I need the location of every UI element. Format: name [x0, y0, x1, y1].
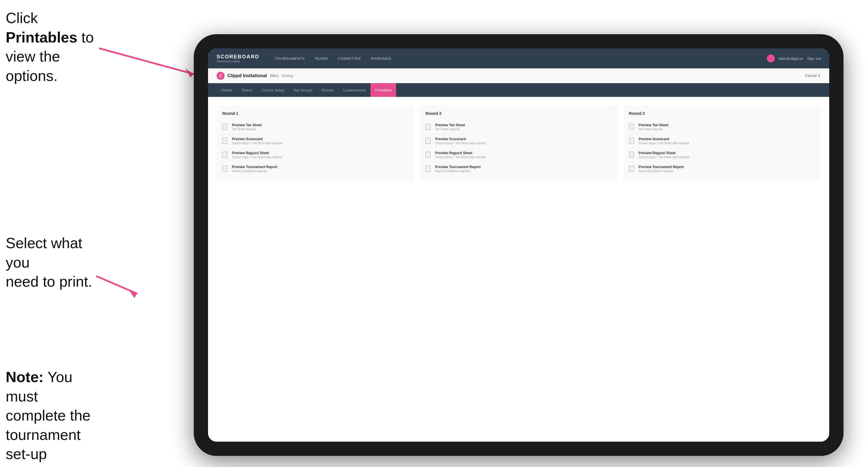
tournament-name-text: Clippd Invitational	[227, 73, 267, 79]
round-2-item-3[interactable]: Preview Raguzzi SheetCourse setup + Tee …	[426, 148, 612, 162]
tablet-screen: SCOREBOARD Powered by clippd TOURNAMENTS…	[208, 49, 829, 442]
sign-out-link[interactable]: Sign out	[807, 56, 821, 61]
top-nav: SCOREBOARD Powered by clippd TOURNAMENTS…	[208, 49, 829, 68]
tab-details[interactable]: Details	[217, 83, 237, 97]
print-item-1-3-title: Preview Raguzzi Sheet	[232, 151, 282, 155]
rounds-grid: Round 1 Preview Tee SheetTee Sheet requi…	[217, 105, 821, 182]
print-item-1-4-sub: Round Completion required	[232, 169, 277, 173]
print-doc-icon	[222, 165, 228, 173]
tab-leaderboards[interactable]: Leaderboards	[339, 83, 370, 97]
round-3-item-3[interactable]: Preview Raguzzi SheetCourse setup + Tee …	[629, 148, 815, 162]
round-2-column: Round 2 Preview Tee SheetTee Sheet requi…	[420, 105, 617, 182]
print-item-3-2-title: Preview Scorecard	[639, 137, 689, 141]
print-item-2-2-text: Preview ScorecardCourse setup + Tee Shee…	[435, 137, 486, 145]
round-3-column: Round 3 Preview Tee SheetTee Sheet requi…	[623, 105, 821, 182]
print-doc-icon	[426, 124, 432, 131]
print-item-2-1-title: Preview Tee Sheet	[435, 123, 465, 127]
print-item-1-2-title: Preview Scorecard	[232, 137, 282, 141]
round-1-item-4[interactable]: Preview Tournament ReportRound Completio…	[222, 162, 408, 176]
print-item-2-4-title: Preview Tournament Report	[435, 165, 480, 169]
cancel-button[interactable]: Cancel ✕	[805, 73, 821, 78]
print-item-1-1-text: Preview Tee SheetTee Sheet required	[232, 123, 262, 131]
tournament-name-area: C Clippd Invitational (Men) Hosting	[217, 72, 293, 80]
nav-tournaments[interactable]: TOURNAMENTS	[271, 55, 309, 62]
print-item-2-4-sub: Round Completion required	[435, 169, 480, 173]
tab-tee-groups[interactable]: Tee Groups	[289, 83, 317, 97]
print-item-3-3-title: Preview Raguzzi Sheet	[639, 151, 689, 155]
c-logo-icon: C	[217, 72, 224, 80]
print-item-3-3-sub: Course setup + Tee Sheet data required	[639, 156, 689, 159]
round-3-item-4[interactable]: Preview Tournament ReportRound Completio…	[629, 162, 815, 176]
print-doc-icon	[222, 152, 228, 159]
round-3-item-2[interactable]: Preview ScorecardCourse setup + Tee Shee…	[629, 134, 815, 148]
print-item-2-2-title: Preview Scorecard	[435, 137, 486, 141]
print-doc-icon	[629, 137, 635, 145]
print-doc-icon	[629, 152, 635, 159]
logo-sub: Powered by clippd	[217, 60, 259, 63]
arrow-top-icon	[83, 40, 205, 86]
hosting-badge: Hosting	[282, 74, 293, 78]
print-item-3-1-text: Preview Tee SheetTee Sheet required	[639, 123, 669, 131]
round-2-title: Round 2	[426, 111, 612, 116]
tab-course-setup[interactable]: Course Setup	[257, 83, 289, 97]
round-2-item-2[interactable]: Preview ScorecardCourse setup + Tee Shee…	[426, 134, 612, 148]
nav-rankings[interactable]: RANKINGS	[367, 55, 395, 62]
arrow-middle-icon	[88, 271, 145, 302]
print-item-3-1-title: Preview Tee Sheet	[639, 123, 669, 127]
print-item-3-4-text: Preview Tournament ReportRound Completio…	[639, 165, 684, 173]
tab-bar: Details Teams Course Setup Tee Groups Re…	[208, 83, 829, 97]
print-item-1-4-text: Preview Tournament ReportRound Completio…	[232, 165, 277, 173]
round-1-title: Round 1	[222, 111, 408, 116]
print-doc-icon	[426, 152, 432, 159]
print-item-1-3-sub: Course setup + Tee Sheet data required	[232, 156, 282, 159]
print-doc-icon	[426, 137, 432, 145]
print-item-2-1-sub: Tee Sheet required	[435, 128, 465, 131]
round-3-title: Round 3	[629, 111, 815, 116]
printables-bold: Printables	[6, 29, 77, 45]
print-item-2-1-text: Preview Tee SheetTee Sheet required	[435, 123, 465, 131]
print-item-3-4-title: Preview Tournament Report	[639, 165, 684, 169]
print-item-2-2-sub: Course setup + Tee Sheet data required	[435, 142, 486, 145]
main-content: Round 1 Preview Tee SheetTee Sheet requi…	[208, 97, 829, 442]
print-item-1-1-sub: Tee Sheet required	[232, 128, 262, 131]
round-2-item-1[interactable]: Preview Tee SheetTee Sheet required	[426, 120, 612, 134]
print-item-2-4-text: Preview Tournament ReportRound Completio…	[435, 165, 480, 173]
nav-items: TOURNAMENTS TEAMS COMMITTEE RANKINGS	[271, 55, 767, 62]
logo-text: SCOREBOARD	[217, 54, 259, 60]
tab-printables[interactable]: Printables	[370, 83, 396, 97]
sub-nav: C Clippd Invitational (Men) Hosting Canc…	[208, 68, 829, 83]
instruction-bottom: Note: You mustcomplete thetournament set…	[6, 368, 102, 467]
print-item-3-1-sub: Tee Sheet required	[639, 128, 669, 131]
print-item-2-3-text: Preview Raguzzi SheetCourse setup + Tee …	[435, 151, 486, 159]
svg-line-0	[100, 49, 194, 74]
print-item-3-2-sub: Course setup + Tee Sheet data required	[639, 142, 689, 145]
round-3-item-1[interactable]: Preview Tee SheetTee Sheet required	[629, 120, 815, 134]
logo-area: SCOREBOARD Powered by clippd	[217, 54, 259, 63]
nav-committee[interactable]: COMMITTEE	[334, 55, 365, 62]
nav-teams[interactable]: TEAMS	[311, 55, 332, 62]
print-item-3-4-sub: Round Completion required	[639, 169, 684, 173]
tournament-badge: (Men)	[270, 74, 279, 78]
print-doc-icon	[629, 165, 635, 173]
instruction-middle: Select what youneed to print.	[6, 234, 100, 291]
round-1-item-3[interactable]: Preview Raguzzi SheetCourse setup + Tee …	[222, 148, 408, 162]
print-item-1-2-sub: Course setup + Tee Sheet data required	[232, 142, 282, 145]
print-item-2-3-sub: Course setup + Tee Sheet data required	[435, 156, 486, 159]
print-item-1-3-text: Preview Raguzzi SheetCourse setup + Tee …	[232, 151, 282, 159]
print-item-1-2-text: Preview ScorecardCourse setup + Tee Shee…	[232, 137, 282, 145]
round-1-item-2[interactable]: Preview ScorecardCourse setup + Tee Shee…	[222, 134, 408, 148]
round-2-item-4[interactable]: Preview Tournament ReportRound Completio…	[426, 162, 612, 176]
print-doc-icon	[426, 165, 432, 173]
print-item-1-4-title: Preview Tournament Report	[232, 165, 277, 169]
print-item-1-1-title: Preview Tee Sheet	[232, 123, 262, 127]
print-doc-icon	[629, 124, 635, 131]
round-1-item-1[interactable]: Preview Tee SheetTee Sheet required	[222, 120, 408, 134]
print-item-3-2-text: Preview ScorecardCourse setup + Tee Shee…	[639, 137, 689, 145]
user-avatar	[767, 55, 775, 62]
round-1-column: Round 1 Preview Tee SheetTee Sheet requi…	[217, 105, 414, 182]
tab-results[interactable]: Results	[317, 83, 339, 97]
print-item-3-3-text: Preview Raguzzi SheetCourse setup + Tee …	[639, 151, 689, 159]
tab-teams[interactable]: Teams	[237, 83, 257, 97]
tablet-frame: SCOREBOARD Powered by clippd TOURNAMENTS…	[194, 34, 843, 456]
nav-right: blair@clippd.io Sign out	[767, 55, 821, 62]
